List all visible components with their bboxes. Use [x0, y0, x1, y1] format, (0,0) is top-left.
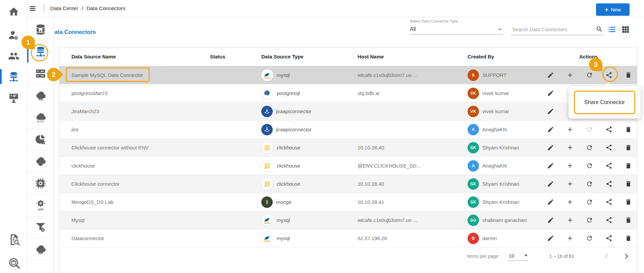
share-action-button[interactable] — [603, 160, 614, 172]
created-by-cell: VK vivek kumar — [468, 106, 545, 117]
breadcrumb-data-center[interactable]: Data Center — [50, 5, 78, 11]
edit-action-button[interactable] — [545, 160, 556, 172]
database-search-icon[interactable] — [8, 257, 21, 270]
delete-action-button[interactable] — [623, 124, 634, 135]
cloud-database-icon[interactable] — [27, 85, 54, 106]
user-settings-icon[interactable] — [8, 30, 19, 41]
add-action-button[interactable] — [564, 215, 576, 226]
share-action-button[interactable] — [603, 124, 614, 135]
data-source-name[interactable]: clickhouse — [71, 163, 210, 169]
delete-action-button[interactable] — [623, 70, 634, 81]
add-action-button[interactable] — [564, 178, 576, 190]
data-source-name[interactable]: Clickhouse connector without ENV — [71, 145, 210, 150]
search-input[interactable] — [511, 27, 596, 32]
refresh-action-button[interactable] — [584, 160, 595, 172]
presentation-user-icon[interactable] — [8, 92, 19, 104]
row-actions — [545, 233, 639, 244]
edit-action-button[interactable] — [545, 124, 556, 135]
delete-action-button[interactable] — [623, 142, 634, 153]
data-source-name[interactable]: Dataconnector — [71, 235, 210, 241]
share-connector-menu-item[interactable]: Share Connector — [574, 91, 635, 114]
data-source-name[interactable]: Clickhouse connector — [71, 181, 210, 187]
funnel-gear-icon[interactable] — [27, 217, 54, 238]
items-per-page-select[interactable]: 10 — [508, 251, 528, 261]
edit-action-button[interactable] — [545, 106, 556, 117]
menu-icon[interactable] — [28, 5, 37, 12]
avatar: A — [468, 124, 479, 135]
host-name-cell: stg.bdb.ai — [358, 90, 468, 96]
cloud-code-icon[interactable] — [27, 107, 54, 129]
edit-action-button[interactable] — [545, 70, 556, 81]
edit-action-button[interactable] — [545, 233, 556, 244]
share-action-button[interactable] — [603, 178, 614, 190]
host-name-cell: 10.10.28.40 — [358, 145, 468, 150]
created-by-cell: SK Shyam Krishnan — [468, 178, 545, 190]
delete-action-button[interactable] — [623, 233, 634, 244]
data-source-name[interactable]: JiraMarch23 — [71, 108, 210, 114]
annotation-box-2 — [66, 67, 150, 82]
share-action-button[interactable] — [603, 196, 614, 208]
share-action-button[interactable] — [603, 215, 614, 226]
data-source-name[interactable]: Mysql — [71, 217, 210, 223]
table-row: Dataconnector MySQLmysql 52.37.196.28 D … — [59, 229, 637, 247]
data-source-type-cell: clickhouse — [261, 160, 358, 172]
refresh-action-button[interactable] — [584, 70, 595, 81]
document-search-icon[interactable] — [8, 233, 21, 246]
next-page-button[interactable] — [622, 252, 631, 261]
jira-logo-icon — [261, 124, 273, 135]
data-source-type-cell: clickhouse — [261, 142, 358, 154]
connector-type-select[interactable]: Select Data Connector Type All — [410, 19, 503, 41]
add-action-button[interactable] — [564, 196, 576, 208]
clickhouse-logo-icon — [261, 142, 273, 154]
row-actions — [545, 196, 639, 208]
data-source-name[interactable]: postgressMar23 — [71, 90, 210, 96]
data-source-type-cell: postgresql — [261, 87, 358, 99]
data-source-name[interactable]: MongoDS_DS Lab — [71, 199, 210, 205]
delete-action-button[interactable] — [623, 215, 634, 226]
home-icon[interactable] — [8, 6, 19, 17]
table-row: clickhouse clickhouse @ENV.CLICKHOUSE_SD… — [59, 157, 637, 175]
add-action-button[interactable] — [564, 124, 576, 135]
table-row: JiraMarch23 jiraapiconnector VK vivek ku… — [59, 102, 637, 121]
refresh-action-button[interactable] — [584, 196, 595, 208]
edit-action-button[interactable] — [545, 215, 556, 226]
refresh-action-button[interactable] — [584, 215, 595, 226]
add-action-button[interactable] — [564, 142, 576, 153]
add-action-button[interactable] — [564, 160, 576, 172]
delete-action-button[interactable] — [623, 160, 634, 172]
creator-name: AnaghaKN — [482, 127, 507, 132]
add-action-button[interactable] — [564, 233, 576, 244]
svg-text:MySQL: MySQL — [264, 222, 270, 224]
refresh-action-button[interactable] — [584, 142, 595, 153]
api-gear-icon[interactable] — [27, 194, 54, 216]
database-network-icon[interactable] — [8, 71, 19, 83]
chip-gear-icon[interactable] — [27, 173, 54, 194]
refresh-action-button[interactable] — [584, 178, 595, 190]
refresh-action-button[interactable] — [584, 233, 595, 244]
cloud-database-icon-2[interactable] — [27, 238, 54, 260]
page-title: Data Connectors — [50, 29, 96, 36]
share-action-button[interactable] — [603, 233, 614, 244]
table-row: Mysql MySQLmysql wtcafe.c1x0ujb3stm7.us-… — [59, 211, 637, 229]
edit-action-button[interactable] — [545, 142, 556, 153]
edit-action-button[interactable] — [545, 196, 556, 208]
share-action-button[interactable] — [603, 142, 614, 153]
new-button[interactable]: + New — [596, 3, 630, 16]
row-actions — [545, 160, 639, 172]
row-actions — [545, 215, 639, 226]
header-divider — [44, 4, 44, 13]
items-per-page-label: Items per page: — [467, 254, 499, 259]
edit-action-button[interactable] — [545, 88, 556, 99]
edit-action-button[interactable] — [545, 178, 556, 190]
chart-transfer-icon[interactable] — [27, 129, 54, 150]
search-icon[interactable] — [596, 25, 604, 33]
list-view-icon[interactable] — [607, 25, 617, 34]
cloud-layers-icon[interactable] — [27, 150, 54, 172]
delete-action-button[interactable] — [623, 196, 634, 208]
data-source-name[interactable]: jira — [71, 127, 210, 132]
grid-view-icon[interactable] — [621, 25, 630, 34]
users-group-icon[interactable] — [8, 50, 19, 62]
delete-action-button[interactable] — [623, 178, 634, 190]
add-action-button[interactable] — [564, 70, 576, 81]
breadcrumb-data-connectors[interactable]: Data Connectors — [87, 5, 125, 11]
